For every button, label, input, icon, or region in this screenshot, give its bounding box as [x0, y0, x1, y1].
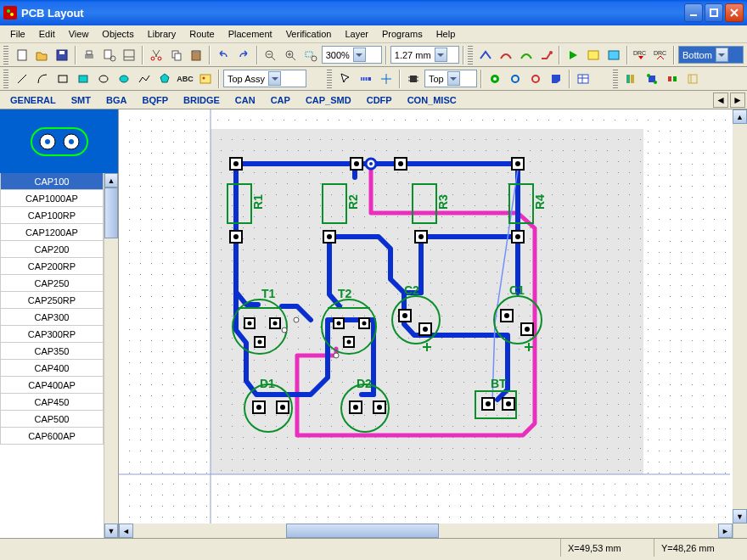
vscroll-down[interactable]: ▼ — [733, 509, 747, 524]
list-item[interactable]: CAP300RP — [0, 326, 104, 343]
scroll-thumb[interactable] — [104, 188, 118, 238]
pad-button[interactable] — [486, 70, 504, 88]
sidebar-scrollbar[interactable]: ▲ ▼ — [104, 173, 118, 538]
tab-con-misc[interactable]: CON_MISC — [407, 95, 457, 105]
zoom-out-button[interactable] — [261, 46, 280, 64]
lib4-button[interactable] — [683, 70, 702, 88]
grid-combo[interactable]: 1.27 mm — [390, 46, 459, 64]
route-mode1-button[interactable] — [477, 46, 496, 64]
route-mode2-button[interactable] — [497, 46, 515, 64]
ellipse-fill-button[interactable] — [115, 70, 133, 88]
panel2-button[interactable] — [604, 46, 623, 64]
list-item[interactable]: CAP350 — [0, 343, 104, 360]
maximize-button[interactable] — [705, 3, 723, 22]
rect-button[interactable] — [53, 70, 72, 88]
list-item[interactable]: CAP250 — [0, 275, 104, 292]
list-item[interactable]: CAP200RP — [0, 258, 104, 275]
list-item[interactable]: CAP600AP — [0, 428, 104, 445]
menu-file[interactable]: File — [3, 27, 32, 41]
line-button[interactable] — [13, 70, 31, 88]
new-button[interactable] — [13, 46, 31, 64]
list-item[interactable]: CAP200 — [0, 241, 104, 258]
pcb-canvas[interactable]: R1 R2 R3 R4 T1 T2 C2 C1 D1 D2 BT — [119, 109, 733, 524]
list-item[interactable]: CAP450 — [0, 394, 104, 411]
menu-programs[interactable]: Programs — [375, 27, 430, 41]
list-item[interactable]: CAP1200AP — [0, 224, 104, 241]
tab-cap-smd[interactable]: CAP_SMD — [306, 95, 351, 105]
table-button[interactable] — [574, 70, 593, 88]
menu-edit[interactable]: Edit — [32, 27, 62, 41]
route-mode3-button[interactable] — [517, 46, 536, 64]
zoom-in-button[interactable] — [281, 46, 300, 64]
copy-button[interactable] — [167, 46, 186, 64]
list-item[interactable]: CAP1000AP — [0, 190, 104, 207]
tab-cap[interactable]: CAP — [271, 95, 290, 105]
run-button[interactable] — [564, 46, 582, 64]
undo-button[interactable] — [214, 46, 233, 64]
preview-button[interactable] — [100, 46, 119, 64]
lib2-button[interactable] — [643, 70, 661, 88]
hscroll-thumb[interactable] — [286, 524, 439, 538]
minimize-button[interactable] — [684, 3, 703, 22]
assy-combo[interactable]: Top Assy — [223, 70, 306, 87]
menu-placement[interactable]: Placement — [222, 27, 279, 41]
tab-bqfp[interactable]: BQFP — [142, 95, 168, 105]
list-item[interactable]: CAP400AP — [0, 377, 104, 394]
rect-fill-button[interactable] — [74, 70, 93, 88]
copper-button[interactable] — [547, 70, 565, 88]
canvas-hscrollbar[interactable]: ◄ ► — [119, 524, 747, 538]
chip-button[interactable] — [404, 70, 423, 88]
ellipse-button[interactable] — [94, 70, 113, 88]
paste-button[interactable] — [188, 46, 206, 64]
canvas-vscrollbar[interactable]: ▲ ▼ — [733, 109, 747, 524]
menu-help[interactable]: Help — [430, 27, 463, 41]
layer-select[interactable]: Bottom — [678, 46, 744, 64]
list-item[interactable]: CAP250RP — [0, 292, 104, 309]
menu-objects[interactable]: Objects — [95, 27, 140, 41]
arc-button[interactable] — [33, 70, 52, 88]
tab-general[interactable]: GENERAL — [10, 95, 56, 105]
save-button[interactable] — [53, 46, 71, 64]
menu-layer[interactable]: Layer — [338, 27, 375, 41]
measure-button[interactable] — [357, 70, 375, 88]
hscroll-left[interactable]: ◄ — [119, 524, 133, 538]
list-item[interactable]: CAP400 — [0, 360, 104, 377]
hscroll-right[interactable]: ► — [718, 524, 733, 538]
tab-can[interactable]: CAN — [235, 95, 256, 105]
route-mode4-button[interactable] — [537, 46, 556, 64]
polygon-button[interactable] — [155, 70, 174, 88]
menu-view[interactable]: View — [62, 27, 96, 41]
scroll-down-button[interactable]: ▼ — [104, 524, 118, 538]
list-item[interactable]: CAP100RP — [0, 207, 104, 224]
open-button[interactable] — [33, 46, 52, 64]
polyline-button[interactable] — [135, 70, 154, 88]
lib3-button[interactable] — [663, 70, 682, 88]
side-combo[interactable]: Top — [424, 70, 477, 87]
list-item[interactable]: CAP100 — [0, 173, 104, 190]
redo-button[interactable] — [234, 46, 253, 64]
list-item[interactable]: CAP300 — [0, 309, 104, 326]
drc1-button[interactable]: DRC — [632, 46, 650, 64]
image-button[interactable] — [196, 70, 215, 88]
menu-verification[interactable]: Verification — [279, 27, 339, 41]
drc2-button[interactable]: DRC — [651, 46, 670, 64]
menu-library[interactable]: Library — [141, 27, 183, 41]
list-item[interactable]: CAP500 — [0, 411, 104, 428]
scroll-up-button[interactable]: ▲ — [104, 173, 118, 188]
zoom-window-button[interactable] — [301, 46, 320, 64]
zoom-combo[interactable]: 300% — [322, 46, 382, 64]
titles-button[interactable] — [120, 46, 138, 64]
lib1-button[interactable] — [622, 70, 641, 88]
select-button[interactable] — [336, 70, 355, 88]
origin-button[interactable] — [377, 70, 396, 88]
close-button[interactable] — [725, 3, 744, 22]
tab-cdfp[interactable]: CDFP — [367, 95, 392, 105]
tab-scroll-right[interactable]: ► — [730, 92, 745, 108]
cut-button[interactable] — [147, 46, 166, 64]
text-button[interactable]: ABC — [176, 70, 194, 88]
print-button[interactable] — [80, 46, 98, 64]
hole-button[interactable] — [526, 70, 545, 88]
tab-bga[interactable]: BGA — [106, 95, 126, 105]
tab-scroll-left[interactable]: ◄ — [713, 92, 728, 108]
via-button[interactable] — [506, 70, 525, 88]
